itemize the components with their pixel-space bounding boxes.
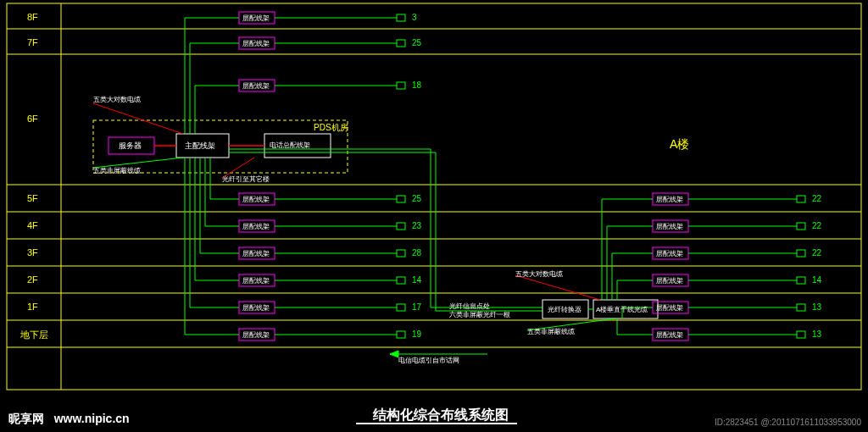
main-patch-box: 主配线架 [185,141,215,152]
note-right-cat5-unshield: 五类非屏蔽线缆 [527,327,575,336]
floor-6f: 6F [27,114,38,124]
svg-rect-85 [797,331,805,338]
count-5f: 25 [412,194,421,203]
floor-2f: 2F [27,274,38,285]
svg-line-104 [515,275,600,300]
r-patch-5f: 层配线架 [656,195,683,204]
phone-patch-box: 电话总配线架 [270,141,310,150]
watermark-id: ID:2823451 @:2011071611033953000 [715,418,861,427]
svg-rect-26 [397,14,405,21]
note-cat5-pair-top: 五类大对数电缆 [93,95,141,104]
svg-rect-29 [397,196,405,202]
svg-rect-83 [797,277,805,284]
patch-1f: 层配线架 [242,303,270,313]
patch-7f: 层配线架 [242,39,270,48]
watermark-cn: 昵享网 [8,412,44,425]
patch-4f: 层配线架 [242,222,270,231]
pds-room-title: PDS机房 [314,122,348,134]
floor-5f: 5F [27,193,38,203]
floor-7f: 7F [27,37,38,47]
note-telecom-net: 电信电缆引自市话网 [398,356,459,365]
diagram-title: 结构化综合布线系统图 [373,407,509,424]
r-count-b1: 13 [812,330,821,339]
count-1f: 17 [412,302,421,312]
count-2f: 14 [412,275,421,285]
svg-rect-84 [797,304,805,311]
count-b1: 19 [412,330,421,339]
svg-rect-82 [797,250,805,257]
svg-rect-31 [397,250,405,257]
cad-diagram [0,0,868,432]
r-patch-3f: 层配线架 [656,249,683,258]
note-cat5-midspan: 六类非屏蔽光纤一根 [449,310,510,319]
svg-rect-34 [397,331,405,338]
r-count-3f: 22 [812,248,821,258]
svg-rect-30 [397,223,405,230]
r-count-5f: 22 [812,194,821,203]
svg-rect-80 [797,196,805,202]
floor-8f: 8F [27,12,38,22]
watermark-url: www.nipic.cn [54,412,130,425]
note-optical-building: 光纤引至其它楼 [222,174,270,184]
svg-rect-0 [7,3,861,390]
svg-rect-32 [397,277,405,284]
vertical-trunk: A楼垂直干线光缆 [596,305,648,314]
floor-4f: 4F [27,220,38,230]
server-box: 服务器 [119,141,142,152]
watermark-site: 昵享网 www.nipic.cn [8,412,130,427]
svg-rect-81 [797,223,805,230]
patch-3f: 层配线架 [242,249,270,258]
floor-1f: 1F [27,302,38,312]
r-patch-4f: 层配线架 [656,222,683,231]
count-4f: 23 [412,221,421,230]
r-count-2f: 14 [812,275,821,285]
patch-5f: 层配线架 [242,195,270,204]
svg-line-62 [93,103,183,134]
patch-2f: 层配线架 [242,276,270,285]
patch-6f: 层配线架 [242,81,270,91]
r-patch-1f: 层配线架 [656,303,683,313]
svg-rect-33 [397,304,405,311]
r-patch-2f: 层配线架 [656,276,683,285]
note-cat5-unshield: 五类非屏蔽线缆 [93,166,141,175]
optical-converter: 光纤转换器 [548,305,581,314]
count-3f: 28 [412,248,421,258]
r-count-4f: 22 [812,221,821,230]
r-patch-b1: 层配线架 [656,330,683,340]
count-6f: 18 [412,80,421,90]
floor-basement: 地下层 [20,329,48,341]
svg-marker-107 [390,351,398,357]
count-8f: 3 [412,13,417,22]
r-count-1f: 13 [812,302,821,312]
floor-3f: 3F [27,247,38,258]
svg-rect-27 [397,40,405,47]
patch-8f: 层配线架 [242,14,270,23]
patch-b1: 层配线架 [242,330,270,340]
count-7f: 25 [412,38,421,47]
note-right-cat5-pair: 五类大对数电缆 [515,269,563,279]
svg-rect-28 [397,82,405,89]
building-label: A楼 [670,137,689,152]
